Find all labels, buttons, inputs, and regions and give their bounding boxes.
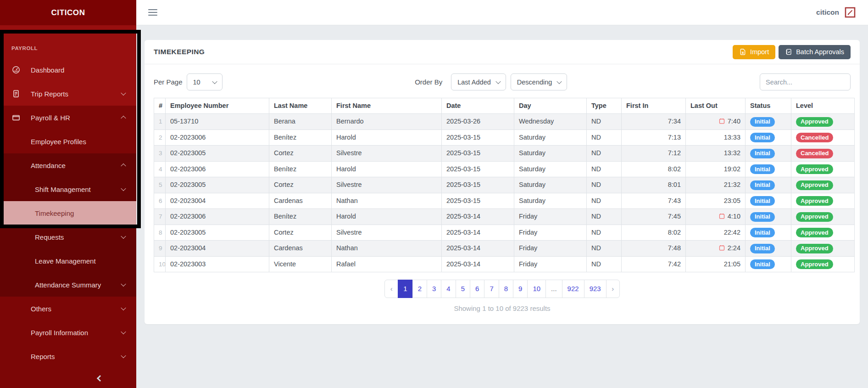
level-badge: Approved (796, 212, 833, 222)
cell-employee-number: 02-2023006 (166, 129, 269, 146)
cell-employee-number: 02-2023003 (166, 256, 269, 272)
sidebar-item-attendance-summary[interactable]: Attendance Summary (0, 273, 136, 297)
cell-last-out: 4:10 (686, 209, 746, 225)
sidebar-item-shift-management[interactable]: Shift Management (0, 177, 136, 201)
cell-date: 2025-03-14 (442, 209, 514, 225)
table-row: 802-2023005CortezSilvestre2025-03-14Frid… (154, 225, 855, 241)
sidebar-item-label: Requests (35, 233, 136, 241)
level-badge: Approved (796, 259, 833, 269)
sidebar-item-label: Shift Management (35, 186, 136, 193)
cell-date: 2025-03-15 (442, 129, 514, 146)
cell-type: ND (587, 256, 622, 272)
sidebar-item-payroll-information[interactable]: Payroll Information (0, 321, 136, 344)
cell-first-name: Nathan (332, 193, 442, 209)
cell-row-number: 7 (154, 209, 166, 225)
status-badge: Initial (750, 164, 775, 174)
cell-row-number: 1 (154, 114, 166, 130)
sidebar-item-attendance[interactable]: Attendance (0, 153, 136, 177)
sidebar-item-payroll-hr[interactable]: Payroll & HR (0, 106, 136, 129)
cell-first-in: 7:45 (622, 209, 686, 225)
cell-first-in: 7:34 (622, 114, 686, 130)
sidebar-item-dashboard[interactable]: Dashboard (0, 58, 136, 82)
card-header: TIMEKEEPING Import (145, 40, 860, 64)
order-direction-select[interactable]: Descending (511, 73, 568, 90)
cell-type: ND (587, 225, 622, 241)
cell-first-in: 7:13 (622, 129, 686, 146)
cell-last-out: 13:33 (686, 129, 746, 146)
cell-status: Initial (746, 256, 791, 272)
sidebar-item-others[interactable]: Others (0, 297, 136, 321)
sidebar-menu: DashboardTrip ReportsPayroll & HREmploye… (0, 58, 136, 368)
cell-level: Approved (791, 114, 855, 130)
pagination-page-10[interactable]: 10 (527, 280, 546, 298)
pagination-page-8[interactable]: 8 (499, 280, 513, 298)
pagination-page-7[interactable]: 7 (484, 280, 499, 298)
pagination-page-9[interactable]: 9 (513, 280, 528, 298)
sidebar-item-label: Dashboard (31, 66, 136, 74)
cell-date: 2025-03-14 (442, 256, 514, 272)
hamburger-menu-button[interactable] (148, 8, 157, 17)
table-controls: Per Page 10 Order By Last Added (145, 64, 860, 98)
batch-approvals-button[interactable]: Batch Approvals (779, 45, 851, 59)
cell-row-number: 4 (154, 161, 166, 177)
per-page-select[interactable]: 10 (187, 73, 223, 90)
cell-last-out: 23:05 (686, 193, 746, 209)
search-input[interactable] (760, 73, 851, 90)
sidebar-item-reports[interactable]: Reports (0, 344, 136, 368)
sidebar-item-employee-profiles[interactable]: Employee Profiles (0, 129, 136, 153)
cell-last-out: 7:40 (686, 114, 746, 130)
sidebar-section-label: PAYROLL (0, 25, 136, 58)
pagination-page-2[interactable]: 2 (412, 280, 427, 298)
pagination-page-5[interactable]: 5 (456, 280, 470, 298)
pagination-next-button[interactable]: › (606, 280, 620, 298)
import-button[interactable]: Import (733, 45, 775, 59)
cell-last-name: Cardenas (269, 241, 332, 257)
sidebar-item-timekeeping[interactable]: Timekeeping (0, 201, 136, 225)
pagination-page-1[interactable]: 1 (398, 280, 412, 298)
cell-status: Initial (746, 209, 791, 225)
cell-first-name: Bernardo (332, 114, 442, 130)
cell-type: ND (587, 161, 622, 177)
order-field-select[interactable]: Last Added (451, 73, 506, 90)
cell-first-name: Nathan (332, 241, 442, 257)
per-page-value: 10 (193, 79, 200, 86)
cell-first-name: Silvestre (332, 146, 442, 162)
cell-day: Saturday (514, 161, 587, 177)
chevron-down-icon (212, 79, 217, 84)
col-header-status: Status (746, 98, 791, 114)
cell-last-name: Benítez (269, 161, 332, 177)
col-header-type: Type (587, 98, 622, 114)
pagination-page-3[interactable]: 3 (427, 280, 441, 298)
cell-level: Approved (791, 177, 855, 193)
sidebar-logo: CITICON (0, 0, 136, 25)
col-header-first-name: First Name (332, 98, 442, 114)
col-header-day: Day (514, 98, 587, 114)
pagination-page-6[interactable]: 6 (470, 280, 484, 298)
cell-last-name: Benítez (269, 129, 332, 146)
cell-last-name: Benítez (269, 209, 332, 225)
sidebar-item-label: Attendance Summary (35, 281, 136, 289)
cell-last-out: 13:32 (686, 146, 746, 162)
cell-status: Initial (746, 225, 791, 241)
col-header-row-number: # (154, 98, 166, 114)
wallet-icon (11, 113, 21, 122)
cell-date: 2025-03-15 (442, 161, 514, 177)
cell-row-number: 8 (154, 225, 166, 241)
pagination-prev-button[interactable]: ‹ (384, 280, 398, 298)
level-badge: Cancelled (796, 149, 833, 158)
cell-row-number: 9 (154, 241, 166, 257)
sidebar-item-leave-management[interactable]: Leave Management (0, 249, 136, 273)
status-badge: Initial (750, 133, 775, 142)
sidebar-item-requests[interactable]: Requests (0, 225, 136, 249)
pagination-page-922[interactable]: 922 (562, 280, 584, 298)
pagination-page-923[interactable]: 923 (584, 280, 606, 298)
pagination-page-4[interactable]: 4 (441, 280, 456, 298)
col-header-level: Level (791, 98, 855, 114)
sidebar-collapse-button[interactable] (96, 374, 106, 384)
order-direction-value: Descending (517, 79, 552, 86)
sidebar-item-trip-reports[interactable]: Trip Reports (0, 82, 136, 106)
content-area: TIMEKEEPING Import (136, 25, 868, 324)
table-row: 902-2023004CardenasNathan2025-03-14Frida… (154, 241, 855, 257)
status-badge: Initial (750, 228, 775, 237)
edit-square-logo-icon[interactable] (844, 6, 856, 18)
